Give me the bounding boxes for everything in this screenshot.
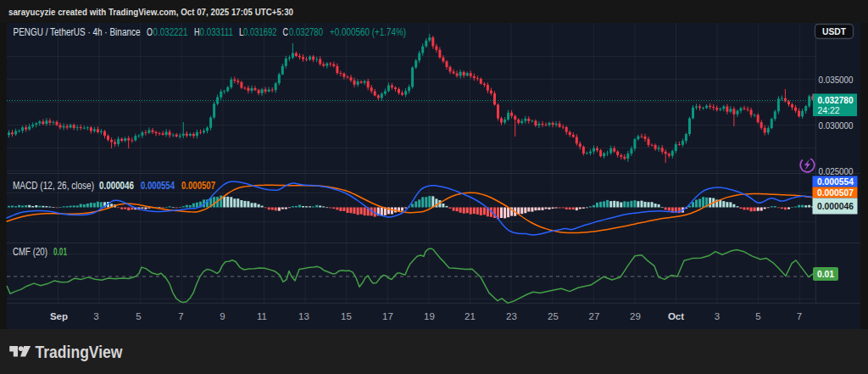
svg-text:0.030000: 0.030000 xyxy=(819,120,854,131)
svg-text:0.000507: 0.000507 xyxy=(817,187,854,198)
svg-text:5: 5 xyxy=(136,311,141,321)
svg-text:0.000554: 0.000554 xyxy=(817,176,854,187)
svg-text:PENGU / TetherUS · 4h · Binanc: PENGU / TetherUS · 4h · Binance xyxy=(14,26,141,38)
svg-text:C: C xyxy=(283,26,289,38)
svg-text:29: 29 xyxy=(630,311,641,321)
svg-text:0.01: 0.01 xyxy=(53,246,67,258)
svg-text:11: 11 xyxy=(257,311,267,321)
svg-text:MACD (12, 26, close): MACD (12, 26, close) xyxy=(13,180,94,192)
svg-text:+0.000560 (+1.74%): +0.000560 (+1.74%) xyxy=(330,26,406,38)
svg-text:0.033111: 0.033111 xyxy=(200,26,234,38)
svg-text:21: 21 xyxy=(465,311,476,321)
svg-text:0.032221: 0.032221 xyxy=(153,26,188,38)
svg-text:23: 23 xyxy=(506,311,517,321)
svg-text:27: 27 xyxy=(589,311,600,321)
svg-text:7: 7 xyxy=(178,311,183,321)
svg-text:24:22: 24:22 xyxy=(818,105,840,115)
svg-text:TradingView: TradingView xyxy=(36,343,124,361)
svg-text:0.031692: 0.031692 xyxy=(243,26,277,38)
svg-text:0.032780: 0.032780 xyxy=(289,26,323,38)
svg-text:5: 5 xyxy=(755,311,760,321)
svg-text:0.000554: 0.000554 xyxy=(141,180,175,192)
svg-text:Sep: Sep xyxy=(50,311,68,321)
svg-text:0.032780: 0.032780 xyxy=(818,95,854,105)
svg-text:7: 7 xyxy=(797,311,802,321)
svg-text:Oct: Oct xyxy=(668,311,684,321)
svg-text:O: O xyxy=(147,26,153,38)
svg-text:25: 25 xyxy=(548,311,559,321)
svg-text:17: 17 xyxy=(382,311,393,321)
svg-text:USDT: USDT xyxy=(822,26,846,36)
svg-text:3: 3 xyxy=(715,311,720,321)
svg-text:0.000046: 0.000046 xyxy=(817,201,854,211)
svg-text:13: 13 xyxy=(298,311,309,321)
svg-text:0.000046: 0.000046 xyxy=(99,180,134,192)
svg-text:19: 19 xyxy=(424,311,435,321)
svg-text:0.01: 0.01 xyxy=(817,269,835,279)
svg-text:9: 9 xyxy=(220,311,225,321)
svg-text:0.000507: 0.000507 xyxy=(181,180,215,192)
svg-text:3: 3 xyxy=(93,311,98,321)
svg-text:0.025000: 0.025000 xyxy=(819,166,854,176)
svg-text:CMF (20): CMF (20) xyxy=(13,246,47,258)
svg-text:15: 15 xyxy=(341,311,352,321)
svg-text:0.035000: 0.035000 xyxy=(819,75,854,85)
svg-text:sarayucyzie created with Tradi: sarayucyzie created with TradingView.com… xyxy=(8,7,293,17)
